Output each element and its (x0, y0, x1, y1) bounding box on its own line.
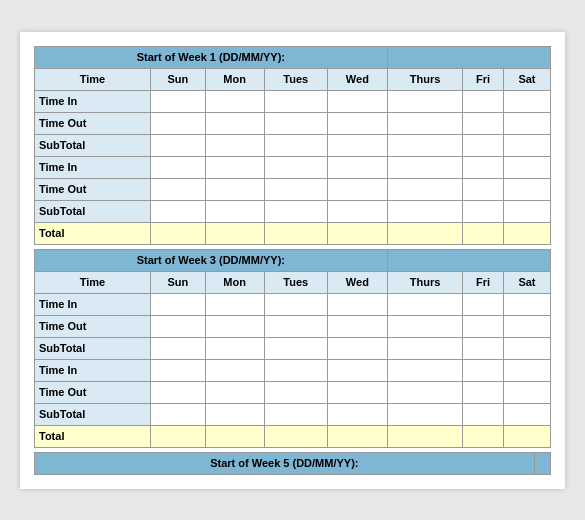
row4-mon[interactable] (205, 156, 264, 178)
week1-total-wed[interactable] (328, 222, 388, 244)
row3-sun[interactable] (150, 134, 205, 156)
week3-total-sat[interactable] (503, 425, 550, 447)
w3-row3-sun[interactable] (150, 337, 205, 359)
row3-fri[interactable] (463, 134, 504, 156)
week1-total-mon[interactable] (205, 222, 264, 244)
row2-wed[interactable] (328, 112, 388, 134)
row1-wed[interactable] (328, 90, 388, 112)
row1-thurs[interactable] (387, 90, 463, 112)
w3-row3-wed[interactable] (328, 337, 388, 359)
w3-row4-tues[interactable] (264, 359, 328, 381)
row4-wed[interactable] (328, 156, 388, 178)
row2-sun[interactable] (150, 112, 205, 134)
row1-mon[interactable] (205, 90, 264, 112)
week3-total-thurs[interactable] (387, 425, 463, 447)
row4-sun[interactable] (150, 156, 205, 178)
w3-row1-thurs[interactable] (387, 293, 463, 315)
w3-row6-sun[interactable] (150, 403, 205, 425)
w3-row5-sat[interactable] (503, 381, 550, 403)
row3-thurs[interactable] (387, 134, 463, 156)
week1-total-tues[interactable] (264, 222, 328, 244)
w3-row5-fri[interactable] (463, 381, 504, 403)
w3-row6-fri[interactable] (463, 403, 504, 425)
row2-fri[interactable] (463, 112, 504, 134)
row6-fri[interactable] (463, 200, 504, 222)
row3-mon[interactable] (205, 134, 264, 156)
week3-total-sun[interactable] (150, 425, 205, 447)
week1-total-sat[interactable] (503, 222, 550, 244)
w3-row2-thurs[interactable] (387, 315, 463, 337)
w3-row1-fri[interactable] (463, 293, 504, 315)
w3-row3-tues[interactable] (264, 337, 328, 359)
w3-row5-thurs[interactable] (387, 381, 463, 403)
w3-row6-tues[interactable] (264, 403, 328, 425)
week3-total-fri[interactable] (463, 425, 504, 447)
row2-sat[interactable] (503, 112, 550, 134)
row5-sun[interactable] (150, 178, 205, 200)
w3-row6-thurs[interactable] (387, 403, 463, 425)
w3-row3-thurs[interactable] (387, 337, 463, 359)
row5-wed[interactable] (328, 178, 388, 200)
w3-row2-wed[interactable] (328, 315, 388, 337)
row3-sat[interactable] (503, 134, 550, 156)
row5-tues[interactable] (264, 178, 328, 200)
w3-row2-sun[interactable] (150, 315, 205, 337)
row6-mon[interactable] (205, 200, 264, 222)
row6-tues[interactable] (264, 200, 328, 222)
row4-sat[interactable] (503, 156, 550, 178)
week3-row4: Time In (35, 359, 551, 381)
w3-row4-mon[interactable] (205, 359, 264, 381)
w3-row5-mon[interactable] (205, 381, 264, 403)
row4-fri[interactable] (463, 156, 504, 178)
w3-row2-sat[interactable] (503, 315, 550, 337)
week3-total-mon[interactable] (205, 425, 264, 447)
w3-row2-tues[interactable] (264, 315, 328, 337)
w3-row5-wed[interactable] (328, 381, 388, 403)
row6-sun[interactable] (150, 200, 205, 222)
w3-row4-sat[interactable] (503, 359, 550, 381)
week1-total-thurs[interactable] (387, 222, 463, 244)
row1-fri[interactable] (463, 90, 504, 112)
row6-thurs[interactable] (387, 200, 463, 222)
row1-tues[interactable] (264, 90, 328, 112)
row3-tues[interactable] (264, 134, 328, 156)
w3-row6-mon[interactable] (205, 403, 264, 425)
w3-row2-fri[interactable] (463, 315, 504, 337)
week1-total-fri[interactable] (463, 222, 504, 244)
row5-sat[interactable] (503, 178, 550, 200)
week3-total-tues[interactable] (264, 425, 328, 447)
row2-mon[interactable] (205, 112, 264, 134)
row1-sun[interactable] (150, 90, 205, 112)
row4-tues[interactable] (264, 156, 328, 178)
row4-thurs[interactable] (387, 156, 463, 178)
w3-row6-sat[interactable] (503, 403, 550, 425)
w3-row3-sat[interactable] (503, 337, 550, 359)
row5-mon[interactable] (205, 178, 264, 200)
w3-row3-fri[interactable] (463, 337, 504, 359)
row2-thurs[interactable] (387, 112, 463, 134)
w3-row5-tues[interactable] (264, 381, 328, 403)
row1-sat[interactable] (503, 90, 550, 112)
w3-row4-thurs[interactable] (387, 359, 463, 381)
w3-row1-sun[interactable] (150, 293, 205, 315)
w3-row1-mon[interactable] (205, 293, 264, 315)
week3-total-wed[interactable] (328, 425, 388, 447)
w3-row5-sun[interactable] (150, 381, 205, 403)
w3-row1-wed[interactable] (328, 293, 388, 315)
w3-row1-label: Time In (35, 293, 151, 315)
w3-row1-tues[interactable] (264, 293, 328, 315)
w3-row4-fri[interactable] (463, 359, 504, 381)
row2-tues[interactable] (264, 112, 328, 134)
row6-wed[interactable] (328, 200, 388, 222)
w3-row4-sun[interactable] (150, 359, 205, 381)
w3-row1-sat[interactable] (503, 293, 550, 315)
week1-total-sun[interactable] (150, 222, 205, 244)
row6-sat[interactable] (503, 200, 550, 222)
row3-wed[interactable] (328, 134, 388, 156)
row5-fri[interactable] (463, 178, 504, 200)
row5-thurs[interactable] (387, 178, 463, 200)
w3-row6-wed[interactable] (328, 403, 388, 425)
w3-row2-mon[interactable] (205, 315, 264, 337)
w3-row4-wed[interactable] (328, 359, 388, 381)
w3-row3-mon[interactable] (205, 337, 264, 359)
